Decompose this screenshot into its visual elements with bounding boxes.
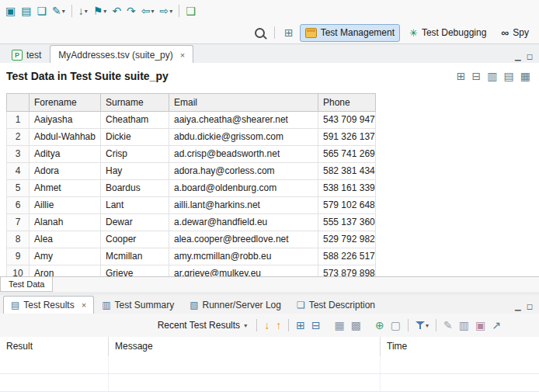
cell[interactable]: Aaiyasha	[30, 112, 101, 129]
record-test-icon[interactable]: ⚑▾	[91, 2, 110, 19]
row-number[interactable]: 8	[6, 231, 30, 248]
cell[interactable]: 588 226 5176	[318, 248, 376, 265]
cell[interactable]: Cheatham	[101, 112, 169, 129]
add-column-icon[interactable]: ▥	[485, 68, 499, 85]
editor-tab-test[interactable]: P test	[3, 45, 50, 64]
upload-results-icon[interactable]: ⊕	[373, 317, 387, 334]
expand-all-icon[interactable]: ⊞	[294, 317, 308, 334]
cell[interactable]: Aditya	[30, 146, 101, 163]
cell[interactable]: alea.cooper@breedlove.net	[169, 231, 318, 248]
cell[interactable]: 538 161 3394	[318, 180, 376, 197]
filter-icon[interactable]: ▾	[413, 317, 431, 334]
column-header-message[interactable]: Message	[109, 337, 381, 356]
row-number[interactable]: 6	[6, 197, 30, 214]
table-settings-icon[interactable]: ▦	[518, 68, 533, 85]
table-row[interactable]: 7AlanahDewara.dewar@handfield.eu555 137 …	[6, 214, 376, 231]
perspective-test-debugging[interactable]: ✳ Test Debugging	[404, 24, 492, 42]
cell[interactable]: Ahmet	[30, 180, 101, 197]
save-icon[interactable]: ▣	[3, 2, 18, 19]
row-number[interactable]: 4	[6, 163, 30, 180]
back-icon[interactable]: ⇦▾	[139, 2, 157, 19]
add-row-icon[interactable]: ⊞	[454, 68, 468, 85]
forward-icon[interactable]: ⇨▾	[158, 2, 176, 19]
column-header-result[interactable]: Result	[0, 337, 109, 356]
close-icon[interactable]: ×	[180, 50, 185, 60]
tab-test-results[interactable]: ▤ Test Results ×	[3, 296, 94, 314]
save-results-icon[interactable]: ▢	[388, 317, 403, 334]
perspective-spy[interactable]: ∞ Spy	[496, 24, 534, 42]
cell[interactable]: Abdul-Wahhab	[30, 129, 101, 146]
tab-test-summary[interactable]: ▥ Test Summary	[94, 296, 182, 314]
table-row[interactable]: 2Abdul-WahhabDickieabdu.dickie@grissom.c…	[6, 129, 376, 146]
column-header-forename[interactable]: Forename	[30, 93, 101, 112]
cell[interactable]: 579 102 6482	[318, 197, 376, 214]
table-row[interactable]: 1AaiyashaCheathamaaiya.cheatha@shearer.n…	[6, 112, 376, 129]
chart-icon[interactable]: ▥	[457, 317, 471, 334]
cell[interactable]: Dewar	[101, 214, 169, 231]
row-number[interactable]: 5	[6, 180, 30, 197]
cell[interactable]: Alanah	[30, 214, 101, 231]
cell[interactable]: Lant	[101, 197, 169, 214]
open-perspective-icon[interactable]: ⊞	[282, 24, 296, 41]
table-row[interactable]: 6AillieLantailli.lant@harkins.net579 102…	[6, 197, 376, 214]
delete-column-icon[interactable]: ▤	[502, 68, 516, 85]
table-row[interactable]: 9AmyMcmillanamy.mcmillan@robb.eu588 226 …	[6, 248, 376, 265]
row-number[interactable]: 7	[6, 214, 30, 231]
tab-runner-server-log[interactable]: ▧ Runner/Server Log	[182, 296, 289, 314]
minimize-icon[interactable]: ▁	[515, 303, 521, 310]
search-icon[interactable]	[252, 24, 267, 41]
row-number[interactable]: 3	[6, 146, 30, 163]
cell[interactable]: ailli.lant@harkins.net	[169, 197, 318, 214]
redo-icon[interactable]: ↷	[124, 2, 138, 19]
minimize-icon[interactable]: ▁	[515, 53, 521, 61]
edit-filter-icon[interactable]: ✎	[441, 317, 455, 334]
undo-icon[interactable]: ↶	[110, 2, 123, 19]
cell[interactable]: a.dewar@handfield.eu	[169, 214, 318, 231]
row-number[interactable]: 2	[6, 129, 30, 146]
table-row[interactable]: 8AleaCooperalea.cooper@breedlove.net529 …	[6, 231, 376, 248]
cell[interactable]: Cooper	[101, 231, 169, 248]
maximize-icon[interactable]: ◻	[527, 303, 533, 310]
editor-tab-myaddresses[interactable]: MyAddresses.tsv (suite_py) ×	[50, 45, 193, 64]
maximize-icon[interactable]: ◻	[527, 53, 533, 61]
table-row[interactable]: 5AhmetBoardusa.board@oldenburg.com538 16…	[6, 180, 376, 197]
cell[interactable]: Hay	[101, 163, 169, 180]
row-number[interactable]: 1	[6, 112, 30, 129]
cell[interactable]: abdu.dickie@grissom.com	[169, 129, 318, 146]
cell[interactable]: 543 709 9479	[318, 112, 376, 129]
cell[interactable]: 565 741 2692	[318, 146, 376, 163]
perspective-test-management[interactable]: Test Management	[300, 24, 400, 42]
print-icon[interactable]: ▤	[19, 2, 33, 19]
table-row[interactable]: 3AdityaCrispad.crisp@beadsworth.net565 7…	[6, 146, 376, 163]
cell[interactable]: Aillie	[30, 197, 101, 214]
jump-next-icon[interactable]: ↓	[262, 317, 272, 334]
cell[interactable]: 555 137 3609	[318, 214, 376, 231]
row-number[interactable]: 9	[6, 248, 30, 265]
tab-test-description[interactable]: ❏ Test Description	[289, 296, 383, 314]
cell[interactable]: Boardus	[101, 180, 169, 197]
cell[interactable]: aaiya.cheatha@shearer.net	[169, 112, 318, 129]
annotate-icon[interactable]: ✎▾	[50, 2, 68, 19]
sheet-tab-test-data[interactable]: Test Data	[0, 277, 53, 292]
new-test-case-icon[interactable]: ❑	[183, 2, 198, 19]
snapshot-icon[interactable]: ▩	[349, 317, 363, 334]
delete-row-icon[interactable]: ⊟	[470, 68, 484, 85]
recent-results-dropdown[interactable]: Recent Test Results ▾	[153, 317, 252, 334]
cell[interactable]: Crisp	[101, 146, 169, 163]
cell[interactable]: amy.mcmillan@robb.eu	[169, 248, 318, 265]
collapse-all-icon[interactable]: ⊟	[309, 317, 323, 334]
cell[interactable]: adora.hay@corless.com	[169, 163, 318, 180]
close-icon[interactable]: ×	[82, 300, 86, 310]
column-header-surname[interactable]: Surname	[101, 93, 169, 112]
cell[interactable]: Adora	[30, 163, 101, 180]
cell[interactable]: 582 381 4345	[318, 163, 376, 180]
cell[interactable]: Mcmillan	[101, 248, 169, 265]
jump-previous-icon[interactable]: ↑	[273, 317, 283, 334]
cell[interactable]: Alea	[30, 231, 101, 248]
column-header-phone[interactable]: Phone	[318, 93, 376, 112]
table-row[interactable]: 4AdoraHayadora.hay@corless.com582 381 43…	[6, 163, 376, 180]
cell[interactable]: Amy	[30, 248, 101, 265]
cell[interactable]: a.board@oldenburg.com	[169, 180, 318, 197]
column-header-time[interactable]: Time	[381, 337, 539, 356]
image-icon[interactable]: ▣	[473, 317, 488, 334]
